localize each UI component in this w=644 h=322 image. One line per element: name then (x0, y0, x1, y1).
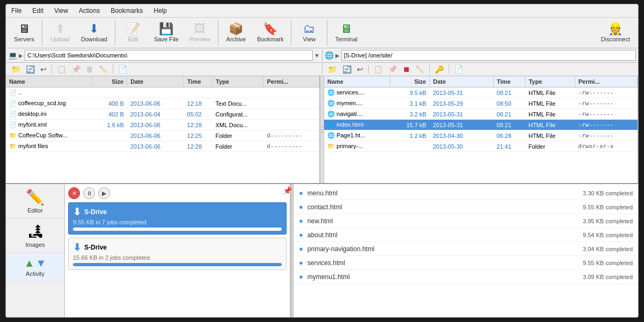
file-list-item[interactable]: ● about.html 9.54 KB completed (294, 228, 638, 242)
file-list-item[interactable]: ● menu.html 3.30 KB completed (294, 186, 638, 200)
file-list-item[interactable]: ● primary-navigation.html 3.04 KB comple… (294, 242, 638, 256)
upload-button[interactable]: ⬆ Upload (45, 20, 75, 45)
remote-col-type[interactable]: Type (525, 76, 575, 87)
menu-bookmarks[interactable]: Bookmarks (108, 6, 145, 16)
local-table-row[interactable]: 📁 CoffeeCup Softw... 2013-06-06 12:25 Fo… (6, 130, 319, 141)
file-list-item[interactable]: ● services.html 9.55 KB completed (294, 256, 638, 270)
remote-stop-btn[interactable]: ⏹ (400, 64, 412, 75)
preview-button[interactable]: 🖼 Preview (185, 20, 215, 45)
local-addr-dropdown-icon[interactable]: ▼ (314, 53, 320, 58)
remote-col-size[interactable]: Size (390, 76, 429, 87)
remote-file-perm: -rw------- (575, 87, 637, 98)
sidebar-item-activity[interactable]: ▲ ▼ Activity (6, 253, 64, 282)
transfer-item[interactable]: ⬇ S-Drive 9.55 KB in 7 jobs completed (68, 202, 287, 235)
remote-table-row[interactable]: 🌐 Page1.ht... 1.2 kB 2013-04-30 06:28 HT… (324, 130, 638, 141)
local-copy-btn[interactable]: 📋 (55, 64, 68, 75)
save-file-button[interactable]: 💾 Save File (149, 20, 184, 45)
local-delete-btn[interactable]: 🗑 (84, 64, 96, 75)
local-refresh-btn[interactable]: 🔄 (24, 64, 37, 75)
remote-key-btn[interactable]: 🔑 (433, 64, 446, 75)
file-list-item[interactable]: ● new.html 3.95 KB completed (294, 214, 638, 228)
local-col-time[interactable]: Time (184, 76, 213, 87)
transfer-item[interactable]: ⬇ S-Drive 15.66 KB in 2 jobs completed (68, 238, 287, 270)
remote-table-row[interactable]: 🌐 navigati.... 3.2 kB 2013-05-31 08:21 H… (324, 109, 638, 120)
panes-divider[interactable] (320, 76, 324, 183)
file-list-item[interactable]: ● mymenu1.html 3.09 KB completed (294, 270, 638, 284)
sidebar-item-editor[interactable]: ✏️ Editor (6, 184, 64, 218)
remote-table-row[interactable]: 🌐 mymen.... 3.1 kB 2013-05-29 08:50 HTML… (324, 98, 638, 109)
remote-col-name[interactable]: Name (324, 76, 390, 87)
local-rename-btn[interactable]: ✏️ (97, 64, 110, 75)
preview-icon: 🖼 (194, 23, 206, 35)
remote-table-row[interactable]: 📁 primary-... 2013-05-30 21:41 Folder dr… (324, 141, 638, 152)
remote-table-row[interactable]: 🌐 index.html 15.7 kB 2013-05-31 08:21 HT… (324, 120, 638, 130)
resume-btn[interactable]: ▶ (98, 187, 110, 199)
terminal-button[interactable]: 🖥 Terminal (330, 20, 362, 45)
local-col-name[interactable]: Name (6, 76, 92, 87)
remote-addr-arrow: ▶ (335, 53, 340, 58)
local-file-scroll[interactable]: Name Size Date Time Type Permi... 📄 .. (6, 76, 319, 183)
menu-actions[interactable]: Actions (77, 6, 102, 16)
download-button[interactable]: ⬇ Download (76, 20, 112, 45)
local-table-row[interactable]: 📄 myfont.xml 1.6 kB 2013-06-06 12:28 XML… (6, 120, 319, 130)
view-button[interactable]: 🗂 View (294, 20, 324, 45)
menu-edit[interactable]: Edit (30, 6, 46, 16)
file-list-icon: ● (299, 217, 303, 225)
remote-new-folder-btn[interactable]: 📁 (326, 64, 339, 75)
local-back-btn[interactable]: ↩ (38, 64, 49, 75)
remote-copy-btn[interactable]: 📋 (371, 64, 385, 75)
local-file-size: 402 B (92, 109, 127, 120)
disconnect-button[interactable]: 👷 Disconnect (596, 20, 635, 45)
pause-btn[interactable]: ⏸ (83, 187, 95, 199)
preview-label: Preview (189, 36, 210, 42)
local-paste-btn[interactable]: 📌 (69, 64, 83, 75)
file-list-item[interactable]: ● contact.html 9.55 KB completed (294, 200, 638, 214)
local-table-row[interactable]: 📄 desktop.ini 402 B 2013-06-04 05:02 Con… (6, 109, 319, 120)
local-properties-btn[interactable]: 📄 (116, 64, 129, 75)
local-file-name: 📁 myfont files (6, 141, 92, 152)
local-col-date[interactable]: Date (127, 76, 184, 87)
remote-rename-btn[interactable]: ✏️ (413, 64, 427, 75)
remote-properties-btn[interactable]: 📄 (452, 64, 465, 75)
local-file-toolbar: 📁 🔄 ↩ 📋 📌 🗑 ✏️ 📄 (6, 63, 322, 76)
archive-button[interactable]: 📦 Archive (221, 20, 251, 45)
menu-view[interactable]: View (52, 6, 70, 16)
transfer-progress-fill (73, 263, 282, 266)
local-col-type[interactable]: Type (213, 76, 264, 87)
menu-file[interactable]: File (9, 6, 24, 16)
archive-label: Archive (226, 36, 246, 42)
local-col-size[interactable]: Size (92, 76, 127, 87)
bottom-pin[interactable]: 📌 (282, 184, 293, 196)
local-file-name: 📁 CoffeeCup Softw... (6, 130, 92, 141)
remote-table-row[interactable]: 🌐 services.... 9.5 kB 2013-05-31 08:21 H… (324, 87, 638, 98)
local-table-row[interactable]: 📁 myfont files 2013-06-06 12:28 Folder d… (6, 141, 319, 152)
remote-refresh-btn[interactable]: 🔄 (340, 64, 354, 75)
remote-col-time[interactable]: Time (493, 76, 525, 87)
file-list-panel[interactable]: ● menu.html 3.30 KB completed ● contact.… (294, 184, 638, 317)
stop-btn[interactable]: ✕ (68, 187, 80, 199)
remote-file-scroll[interactable]: Name Size Date Time Type Permi... 🌐 serv… (324, 76, 638, 183)
transfer-title: ⬇ S-Drive (73, 241, 282, 253)
remote-col-date[interactable]: Date (429, 76, 493, 87)
remote-back-btn[interactable]: ↩ (355, 64, 365, 75)
sidebar-item-images[interactable]: 🏞 Images (6, 218, 64, 253)
remote-paste-btn[interactable]: 📌 (386, 64, 399, 75)
local-address-input[interactable] (25, 50, 313, 61)
remote-address-input[interactable] (341, 50, 636, 61)
remote-file-date: 2013-05-31 (429, 109, 493, 120)
local-table-row[interactable]: 📄 .. (6, 87, 319, 98)
remote-col-perm[interactable]: Permi... (575, 76, 637, 87)
remote-ft-sep2 (429, 65, 430, 74)
bookmark-button[interactable]: 🔖 Bookmark (252, 20, 289, 45)
servers-button[interactable]: 🖥 Servers (9, 20, 39, 45)
remote-file-time: 08:21 (493, 109, 525, 120)
servers-label: Servers (14, 36, 34, 42)
local-col-perm[interactable]: Permi... (264, 76, 319, 87)
menu-help[interactable]: Help (151, 6, 169, 16)
local-table-row[interactable]: 📄 coffeecup_scd.log 400 B 2013-06-06 12:… (6, 98, 319, 109)
panes-row: Name Size Date Time Type Permi... 📄 .. (6, 76, 638, 183)
local-file-date (127, 87, 184, 98)
remote-file-perm: -rw------- (575, 130, 637, 141)
edit-button[interactable]: 📝 Edit (118, 20, 148, 45)
local-new-folder-btn[interactable]: 📁 (9, 64, 23, 75)
